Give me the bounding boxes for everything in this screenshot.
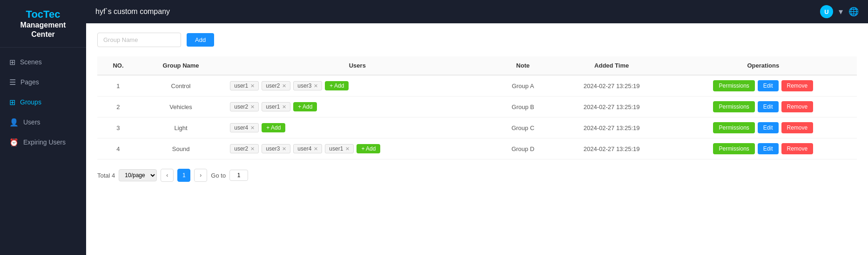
add-user-button[interactable]: + Add (262, 123, 285, 132)
remove-user-icon[interactable]: ✕ (314, 146, 318, 152)
cell-users: user2✕user1✕+ Add (222, 96, 492, 117)
sidebar-item-pages[interactable]: ☰ Pages (0, 72, 86, 92)
cell-group-name: Vehicles (139, 96, 222, 117)
user-tag-label: user2 (234, 145, 248, 152)
toolbar: Add (97, 33, 857, 47)
table-row: 2Vehiclesuser2✕user1✕+ AddGroup B2024-02… (97, 96, 857, 117)
table-header-row: NO. Group Name Users Note Added Time Ope… (97, 56, 857, 75)
cell-no: 4 (97, 138, 139, 159)
user-avatar[interactable]: U (820, 5, 833, 18)
sidebar-item-label: Pages (20, 78, 39, 86)
cell-added-time: 2024-02-27 13:25:19 (554, 96, 670, 117)
edit-button[interactable]: Edit (758, 101, 779, 112)
total-count: Total 4 (97, 172, 115, 179)
remove-user-icon[interactable]: ✕ (282, 83, 286, 89)
permissions-button[interactable]: Permissions (713, 143, 754, 154)
user-initial: U (824, 8, 828, 15)
globe-icon[interactable]: 🌐 (848, 7, 859, 17)
remove-user-icon[interactable]: ✕ (345, 146, 350, 152)
expiring-users-icon: ⏰ (9, 138, 19, 147)
chevron-down-icon[interactable]: ▾ (839, 7, 843, 17)
remove-user-icon[interactable]: ✕ (250, 125, 255, 131)
prev-page-button[interactable]: ‹ (161, 169, 174, 182)
add-user-button[interactable]: + Add (325, 81, 349, 90)
logo-line2: Management (5, 21, 81, 29)
add-button[interactable]: Add (187, 33, 214, 47)
user-tag: user4✕ (230, 123, 259, 132)
ops-cell: PermissionsEditRemove (677, 80, 849, 91)
user-tag: user2✕ (230, 102, 259, 111)
table-row: 3Lightuser4✕+ AddGroup C2024-02-27 13:25… (97, 117, 857, 138)
permissions-button[interactable]: Permissions (713, 122, 754, 133)
cell-group-name: Light (139, 117, 222, 138)
col-added-time: Added Time (554, 56, 670, 75)
group-name-input[interactable] (97, 33, 181, 47)
ops-cell: PermissionsEditRemove (677, 101, 849, 112)
ops-cell: PermissionsEditRemove (677, 122, 849, 133)
user-tag: user1✕ (262, 102, 290, 111)
add-user-button[interactable]: + Add (357, 144, 380, 153)
user-tag-label: user1 (266, 103, 280, 110)
cell-note: Group B (492, 96, 553, 117)
remove-button[interactable]: Remove (781, 101, 814, 112)
user-tag-label: user1 (329, 145, 343, 152)
cell-no: 3 (97, 117, 139, 138)
remove-button[interactable]: Remove (781, 122, 814, 133)
cell-group-name: Control (139, 75, 222, 96)
cell-group-name: Sound (139, 138, 222, 159)
logo: TocTec Management Center (0, 0, 86, 48)
topbar-right: U ▾ 🌐 (820, 5, 859, 18)
remove-button[interactable]: Remove (781, 80, 814, 91)
goto-label: Go to (211, 172, 226, 179)
sidebar-item-expiring-users[interactable]: ⏰ Expiring Users (0, 132, 86, 152)
col-group-name: Group Name (139, 56, 222, 75)
sidebar: TocTec Management Center ⊞ Scenes ☰ Page… (0, 0, 86, 255)
edit-button[interactable]: Edit (758, 143, 779, 154)
cell-added-time: 2024-02-27 13:25:19 (554, 75, 670, 96)
remove-user-icon[interactable]: ✕ (314, 83, 318, 89)
next-page-button[interactable]: › (194, 169, 207, 182)
edit-button[interactable]: Edit (758, 122, 779, 133)
page-size-select[interactable]: 10/page 20/page 50/page (119, 169, 157, 181)
ops-cell: PermissionsEditRemove (677, 143, 849, 154)
topbar-title: hyf`s custom company (95, 7, 170, 16)
user-tag-label: user1 (234, 83, 248, 89)
edit-button[interactable]: Edit (758, 80, 779, 91)
cell-note: Group A (492, 75, 553, 96)
user-tag: user2✕ (262, 81, 290, 90)
sidebar-item-label: Users (23, 118, 40, 126)
permissions-button[interactable]: Permissions (713, 80, 754, 91)
users-cell: user1✕user2✕user3✕+ Add (230, 81, 484, 90)
col-operations: Operations (670, 56, 857, 75)
sidebar-item-users[interactable]: 👤 Users (0, 112, 86, 132)
sidebar-item-groups[interactable]: ⊞ Groups (0, 92, 86, 112)
sidebar-item-label: Expiring Users (23, 138, 66, 146)
cell-added-time: 2024-02-27 13:25:19 (554, 117, 670, 138)
cell-note: Group C (492, 117, 553, 138)
user-tag: user3✕ (262, 144, 290, 153)
logo-line1: TocTec (5, 8, 81, 21)
goto-page-input[interactable] (229, 170, 248, 181)
remove-user-icon[interactable]: ✕ (250, 83, 255, 89)
sidebar-item-scenes[interactable]: ⊞ Scenes (0, 52, 86, 72)
cell-operations: PermissionsEditRemove (670, 138, 857, 159)
pagination: Total 4 10/page 20/page 50/page ‹ 1 › Go… (97, 169, 857, 182)
cell-no: 1 (97, 75, 139, 96)
remove-user-icon[interactable]: ✕ (250, 104, 255, 110)
user-tag: user1✕ (230, 81, 259, 90)
add-user-button[interactable]: + Add (293, 102, 317, 111)
permissions-button[interactable]: Permissions (713, 101, 754, 112)
user-tag: user2✕ (230, 144, 259, 153)
user-tag-label: user4 (234, 124, 248, 131)
page-1-button[interactable]: 1 (177, 169, 190, 182)
scenes-icon: ⊞ (9, 58, 15, 67)
remove-user-icon[interactable]: ✕ (282, 104, 286, 110)
remove-user-icon[interactable]: ✕ (282, 146, 286, 152)
content: Add NO. Group Name Users Note Added Time… (86, 23, 868, 255)
users-cell: user4✕+ Add (230, 123, 484, 132)
remove-button[interactable]: Remove (781, 143, 814, 154)
remove-user-icon[interactable]: ✕ (250, 146, 255, 152)
user-tag-label: user3 (297, 83, 311, 89)
cell-users: user4✕+ Add (222, 117, 492, 138)
cell-note: Group D (492, 138, 553, 159)
